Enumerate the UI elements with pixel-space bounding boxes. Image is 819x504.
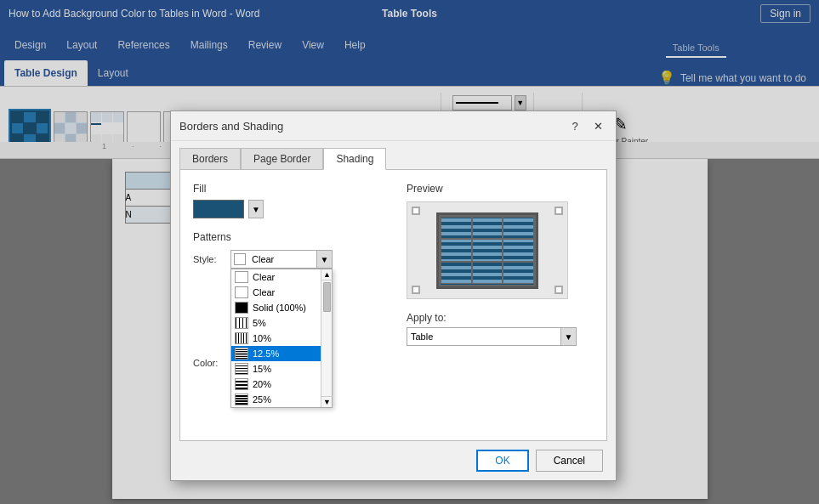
apply-section: Apply to: Table ▼: [407, 312, 594, 346]
style-select-text: Clear: [248, 254, 316, 264]
preview-label: Preview: [407, 183, 594, 195]
tab-borders[interactable]: Borders: [179, 148, 241, 169]
preview-corner-br: [555, 286, 563, 294]
swatch-12: [235, 348, 248, 360]
dropdown-item-10[interactable]: 10%: [231, 331, 332, 346]
style-label: Style:: [193, 254, 224, 264]
dropdown-item-15[interactable]: 15%: [231, 361, 332, 377]
dropdown-scrollbar[interactable]: ▲ ▼: [321, 269, 332, 407]
ok-button[interactable]: OK: [476, 450, 528, 472]
apply-to-select[interactable]: Table ▼: [407, 327, 577, 346]
item-label-15: 15%: [253, 364, 271, 374]
style-select[interactable]: Clear ▼: [230, 250, 333, 269]
swatch-25: [235, 394, 248, 405]
patterns-label: Patterns: [193, 231, 390, 243]
style-swatch: [234, 253, 246, 265]
scroll-down[interactable]: ▼: [321, 396, 333, 407]
preview-table-outer: [436, 212, 538, 289]
scroll-up[interactable]: ▲: [321, 269, 333, 280]
preview-corner-tl: [412, 207, 420, 215]
tab-shading[interactable]: Shading: [323, 148, 386, 170]
item-label-5: 5%: [253, 318, 266, 328]
modal-right-panel: Preview: [407, 183, 594, 372]
modal-left-panel: Fill ▼ Patterns Style: Clear: [193, 183, 390, 372]
tab-page-border[interactable]: Page Border: [241, 148, 323, 169]
dropdown-item-solid[interactable]: Solid (100%): [231, 300, 332, 315]
swatch-clear1: [235, 271, 248, 283]
swatch-5: [235, 317, 248, 329]
modal-overlay: Borders and Shading ? ✕ Borders Page Bor…: [0, 0, 819, 504]
apply-to-dropdown[interactable]: ▼: [560, 328, 576, 345]
item-label-10: 10%: [253, 333, 271, 343]
style-row: Style: Clear ▼ Clear: [193, 250, 390, 269]
fill-row: ▼: [193, 200, 390, 218]
item-label-clear2: Clear: [253, 287, 275, 297]
modal-title: Borders and Shading: [179, 120, 283, 133]
swatch-10: [235, 332, 248, 344]
borders-shading-dialog: Borders and Shading ? ✕ Borders Page Bor…: [170, 110, 617, 481]
swatch-20: [235, 378, 248, 390]
dropdown-item-5[interactable]: 5%: [231, 315, 332, 331]
item-label-20: 20%: [253, 379, 271, 389]
cancel-button[interactable]: Cancel: [536, 450, 603, 472]
item-label-25: 25%: [253, 394, 271, 405]
color-label: Color:: [193, 358, 224, 368]
fill-label: Fill: [193, 183, 390, 195]
modal-close-button[interactable]: ✕: [589, 116, 607, 135]
swatch-clear2: [235, 286, 248, 298]
dropdown-item-clear2[interactable]: Clear: [231, 285, 332, 300]
scroll-track: [321, 280, 332, 396]
modal-titlebar: Borders and Shading ? ✕: [171, 111, 616, 141]
style-dropdown-arrow[interactable]: ▼: [316, 251, 332, 268]
apply-to-value: Table: [407, 331, 560, 342]
scroll-thumb[interactable]: [323, 282, 331, 312]
modal-tabs: Borders Page Border Shading: [171, 141, 616, 169]
modal-help-button[interactable]: ?: [566, 116, 584, 135]
preview-corner-tr: [555, 207, 563, 215]
modal-footer: OK Cancel: [171, 441, 616, 480]
item-label-clear1: Clear: [253, 272, 275, 282]
item-label-solid: Solid (100%): [253, 303, 306, 313]
style-dropdown-list: Clear Clear Solid (100%): [230, 269, 333, 408]
item-label-12: 12.5%: [253, 348, 279, 359]
swatch-solid: [235, 302, 248, 314]
preview-corner-bl: [412, 286, 420, 294]
dropdown-item-25[interactable]: 25%: [231, 392, 332, 407]
modal-controls: ? ✕: [566, 116, 607, 135]
style-select-container: Clear ▼ Clear: [230, 250, 333, 269]
swatch-15: [235, 363, 248, 375]
fill-color-box[interactable]: [193, 200, 244, 218]
fill-color-dropdown[interactable]: ▼: [248, 200, 264, 218]
modal-body: Fill ▼ Patterns Style: Clear: [179, 169, 607, 441]
dropdown-item-20[interactable]: 20%: [231, 377, 332, 392]
dropdown-item-clear1[interactable]: Clear: [231, 269, 332, 285]
preview-grid: [439, 215, 536, 286]
dropdown-item-12[interactable]: 12.5% ↵: [231, 346, 332, 361]
preview-box: [407, 201, 568, 299]
apply-to-label: Apply to:: [407, 312, 594, 324]
